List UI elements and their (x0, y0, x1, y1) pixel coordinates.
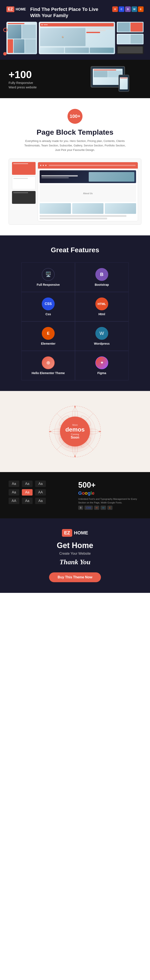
template-line-3 (13, 192, 28, 193)
hero-preview-block (40, 170, 136, 183)
mobile-content (120, 77, 128, 79)
font-badge-wp: W (100, 506, 106, 510)
figma-icon-circle: ✦ (95, 356, 108, 369)
grid-item-2 (72, 203, 103, 214)
font-badge-e: E (107, 506, 112, 510)
hero-decoration-dot (3, 52, 6, 56)
main-text-col (86, 28, 114, 46)
template-line-2 (13, 178, 28, 179)
feature-wordpress: W Wordpress (75, 321, 129, 351)
feature-bootstrap: B Bootstrap (75, 262, 129, 292)
text-line-1 (86, 28, 114, 29)
side-block-3 (131, 35, 143, 43)
font-sample-2-2-highlighted: Aa (22, 489, 32, 496)
side-screenshot-3 (117, 46, 144, 54)
nav-dot-main-3 (45, 165, 47, 166)
main-house-img: 🏠 (40, 28, 86, 46)
accent-line (86, 32, 100, 33)
pb-main-header (38, 162, 138, 169)
nav-line (44, 24, 48, 25)
accent-block (8, 39, 13, 53)
demos-more: More (72, 424, 77, 426)
css-icon-circle: CSS (42, 298, 55, 310)
side-block-2 (118, 35, 130, 43)
hello-elementer-icon: ⊕ (46, 360, 50, 366)
screenshot-bar (8, 23, 24, 24)
page-block-preview: About Us (8, 159, 142, 225)
pb-grid-row (40, 203, 136, 214)
hello-elementer-icon-circle: ⊕ (42, 356, 55, 369)
font-icons-row: B CSS H W E (78, 506, 142, 510)
hero-title: Find The Perfect Place To Live With Your… (30, 6, 108, 19)
tech-icons-group: H C B W E (112, 6, 144, 12)
google-letter-g1: G (78, 490, 82, 496)
css-icon: C (119, 6, 124, 12)
hero-decoration-circle (3, 28, 8, 32)
hero-title-line (41, 175, 78, 177)
demos-section: More demos Coming Soon (0, 391, 150, 472)
feature-html: HTML Html (75, 292, 129, 321)
wordpress-label: Wordpress (94, 342, 110, 345)
house-block-3 (14, 39, 24, 53)
font-badge-html: H (94, 506, 99, 510)
font-row-3: AA Aa Aa (8, 498, 72, 504)
screenshot-inner-main: 🏠 (39, 22, 115, 54)
demos-coming: Coming (71, 433, 79, 436)
template-card-1 (12, 162, 35, 175)
hello-elementer-label: Hello Elementer Theme (32, 371, 65, 375)
font-sample-1-1: Aa (8, 480, 19, 487)
css-icon-feat: CSS (45, 302, 52, 306)
elementor-icon: E (138, 6, 144, 12)
desktop-content (93, 69, 123, 78)
logo-area: EZ HOME (6, 6, 26, 12)
side-block-dark (118, 46, 143, 53)
side-block-accent (131, 22, 143, 32)
ty-subtitle: Create Your Website (8, 552, 142, 555)
fonts-info: 500+ Google Unlimited Font's and Typogra… (78, 480, 142, 510)
font-row-1: Aa Aa Aa (8, 480, 72, 487)
full-responsive-icon-circle: 🖥️ (42, 268, 55, 281)
google-count-row: 500+ (78, 480, 142, 490)
fonts-samples: Aa Aa Aa Aa Aa AA AA Aa Aa (8, 480, 72, 506)
elementer-icon: E (47, 331, 50, 336)
page-block-description: Everything is already made for you. Hero… (21, 139, 129, 152)
nav-dot-1 (41, 24, 43, 25)
pb-left-sidebar (12, 162, 35, 221)
screenshot-card-1 (6, 22, 37, 54)
google-letter-o1: o (82, 490, 85, 496)
desktop-block-1 (94, 71, 107, 77)
devices-mockup (90, 66, 129, 92)
mobile-screen (120, 77, 128, 89)
nav-search-bar (48, 165, 135, 166)
grid-item-1 (40, 203, 71, 214)
feature-figma: ✦ Figma (75, 351, 129, 380)
thankyou-section: EZ HOME Get Home Create Your Website Tha… (0, 519, 150, 593)
bootstrap-icon: B (100, 272, 103, 277)
buy-button[interactable]: Buy This Theme Now (49, 573, 101, 582)
pb-preview-inner: About Us (12, 162, 138, 221)
font-badge-css: CSS (84, 506, 93, 510)
hero-img-preview (89, 172, 134, 181)
full-responsive-icon: 🖥️ (45, 272, 51, 277)
figma-label: Figma (97, 371, 106, 375)
template-card-3-inner (12, 191, 35, 195)
font-sample-1-2: Aa (22, 480, 32, 487)
full-responsive-label: Full Responsive (37, 283, 60, 286)
template-card-3 (12, 191, 35, 204)
desktop-bar (94, 70, 116, 70)
side-block-1 (118, 22, 130, 32)
mobile-device (118, 75, 129, 92)
bottom-grid (40, 48, 114, 53)
font-sample-2-1: Aa (8, 489, 19, 496)
house-block-1 (8, 25, 21, 39)
page-block-section: 100+ Page Block Templates Everything is … (0, 98, 150, 235)
bootstrap-icon: B (125, 6, 131, 12)
ty-thank-you: Thank You (8, 558, 142, 566)
feature-hello-elementer: ⊕ Hello Elementer Theme (21, 351, 75, 380)
desktop-screen (93, 69, 123, 85)
hero-screenshots: 🏠 (4, 22, 146, 54)
demos-word: demos (65, 426, 85, 433)
about-us-block: About Us (40, 185, 136, 202)
hero-text-area (41, 175, 87, 178)
fonts-section: Aa Aa Aa Aa Aa AA AA Aa Aa 500+ Google U… (0, 472, 150, 519)
